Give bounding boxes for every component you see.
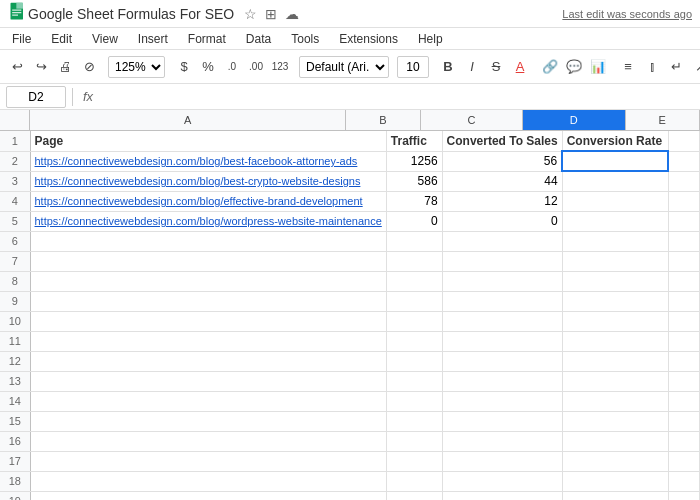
row-num-header xyxy=(0,110,30,130)
spreadsheet: A B C D E 1 Page Traffic Converted To Sa… xyxy=(0,110,700,500)
cell-c1[interactable]: Converted To Sales xyxy=(442,131,562,151)
cell-a4[interactable]: https://connectivewebdesign.com/blog/eff… xyxy=(30,191,386,211)
row-num-5: 5 xyxy=(0,211,30,231)
cloud-icon[interactable]: ☁ xyxy=(285,6,299,22)
table-row: 9 xyxy=(0,291,700,311)
cell-d4[interactable] xyxy=(562,191,668,211)
strikethrough-button[interactable]: S xyxy=(485,54,507,80)
cell-a3[interactable]: https://connectivewebdesign.com/blog/bes… xyxy=(30,171,386,191)
document-title: Google Sheet Formulas For SEO xyxy=(28,6,234,22)
cell-e1[interactable] xyxy=(668,131,699,151)
spreadsheet-table: 1 Page Traffic Converted To Sales Conver… xyxy=(0,131,700,500)
undo-button[interactable]: ↩ xyxy=(6,54,28,80)
cell-c5[interactable]: 0 xyxy=(442,211,562,231)
decimal-increase-button[interactable]: .00 xyxy=(245,54,267,80)
paint-format-button[interactable]: ⊘ xyxy=(78,54,100,80)
cell-b3[interactable]: 586 xyxy=(386,171,442,191)
text-color-button[interactable]: A xyxy=(509,54,531,80)
row-num-4: 4 xyxy=(0,191,30,211)
svg-rect-1 xyxy=(16,3,23,9)
redo-button[interactable]: ↪ xyxy=(30,54,52,80)
menu-insert[interactable]: Insert xyxy=(134,30,172,48)
star-icon[interactable]: ☆ xyxy=(244,6,257,22)
rotate-button[interactable]: ↗ xyxy=(689,54,700,80)
svg-rect-4 xyxy=(12,15,18,16)
decimal-decrease-button[interactable]: .0 xyxy=(221,54,243,80)
menu-data[interactable]: Data xyxy=(242,30,275,48)
menu-tools[interactable]: Tools xyxy=(287,30,323,48)
formula-input[interactable] xyxy=(103,89,694,105)
print-button[interactable]: 🖨 xyxy=(54,54,76,80)
chart-button[interactable]: 📊 xyxy=(587,54,609,80)
table-row: 6 xyxy=(0,231,700,251)
menu-file[interactable]: File xyxy=(8,30,35,48)
cell-d1[interactable]: Conversion Rate xyxy=(562,131,668,151)
cell-b4[interactable]: 78 xyxy=(386,191,442,211)
row-num-3: 3 xyxy=(0,171,30,191)
rename-icon[interactable]: ⊞ xyxy=(265,6,277,22)
cell-b5[interactable]: 0 xyxy=(386,211,442,231)
cell-reference-input[interactable] xyxy=(6,86,66,108)
table-row: 19 xyxy=(0,491,700,500)
col-header-c[interactable]: C xyxy=(421,110,523,130)
col-header-d[interactable]: D xyxy=(523,110,625,130)
cell-b1[interactable]: Traffic xyxy=(386,131,442,151)
formula-sep xyxy=(72,88,73,106)
table-row: 2 https://connectivewebdesign.com/blog/b… xyxy=(0,151,700,171)
cell-a2[interactable]: https://connectivewebdesign.com/blog/bes… xyxy=(30,151,386,171)
cell-d5[interactable] xyxy=(562,211,668,231)
wrap-button[interactable]: ↵ xyxy=(665,54,687,80)
table-row: 7 xyxy=(0,251,700,271)
align-button[interactable]: ≡ xyxy=(617,54,639,80)
table-row: 8 xyxy=(0,271,700,291)
table-row: 13 xyxy=(0,371,700,391)
svg-rect-3 xyxy=(12,12,21,13)
cell-d2[interactable] xyxy=(562,151,668,171)
valign-button[interactable]: ⫿ xyxy=(641,54,663,80)
cell-a1[interactable]: Page xyxy=(30,131,386,151)
table-row: 5 https://connectivewebdesign.com/blog/w… xyxy=(0,211,700,231)
menu-edit[interactable]: Edit xyxy=(47,30,76,48)
last-edit-label: Last edit was seconds ago xyxy=(562,8,692,20)
cell-e3[interactable] xyxy=(668,171,699,191)
sheets-app-icon xyxy=(8,0,28,27)
menu-format[interactable]: Format xyxy=(184,30,230,48)
col-header-e[interactable]: E xyxy=(626,110,700,130)
cell-e4[interactable] xyxy=(668,191,699,211)
formula-bar: fx xyxy=(0,84,700,110)
menu-view[interactable]: View xyxy=(88,30,122,48)
svg-rect-2 xyxy=(12,10,21,11)
font-size-input[interactable] xyxy=(397,56,429,78)
menu-extensions[interactable]: Extensions xyxy=(335,30,402,48)
table-row: 16 xyxy=(0,431,700,451)
menu-help[interactable]: Help xyxy=(414,30,447,48)
bold-button[interactable]: B xyxy=(437,54,459,80)
table-row: 12 xyxy=(0,351,700,371)
table-row: 10 xyxy=(0,311,700,331)
link-button[interactable]: 🔗 xyxy=(539,54,561,80)
row-num-1: 1 xyxy=(0,131,30,151)
cell-d3[interactable] xyxy=(562,171,668,191)
cell-b2[interactable]: 1256 xyxy=(386,151,442,171)
format-number-button[interactable]: 123 xyxy=(269,54,291,80)
font-select[interactable]: Default (Ari... xyxy=(299,56,389,78)
comment-button[interactable]: 💬 xyxy=(563,54,585,80)
italic-button[interactable]: I xyxy=(461,54,483,80)
cell-c2[interactable]: 56 xyxy=(442,151,562,171)
cell-a5[interactable]: https://connectivewebdesign.com/blog/wor… xyxy=(30,211,386,231)
row-num-2: 2 xyxy=(0,151,30,171)
cell-c4[interactable]: 12 xyxy=(442,191,562,211)
percent-button[interactable]: % xyxy=(197,54,219,80)
cell-e2[interactable] xyxy=(668,151,699,171)
menu-bar: File Edit View Insert Format Data Tools … xyxy=(0,28,700,50)
currency-button[interactable]: $ xyxy=(173,54,195,80)
col-header-a[interactable]: A xyxy=(30,110,346,130)
cell-c3[interactable]: 44 xyxy=(442,171,562,191)
title-icon-group: ☆ ⊞ ☁ xyxy=(244,6,299,22)
zoom-select[interactable]: 125%100%75% xyxy=(108,56,165,78)
col-header-b[interactable]: B xyxy=(346,110,420,130)
table-row: 17 xyxy=(0,451,700,471)
table-row: 15 xyxy=(0,411,700,431)
table-row: 1 Page Traffic Converted To Sales Conver… xyxy=(0,131,700,151)
cell-e5[interactable] xyxy=(668,211,699,231)
